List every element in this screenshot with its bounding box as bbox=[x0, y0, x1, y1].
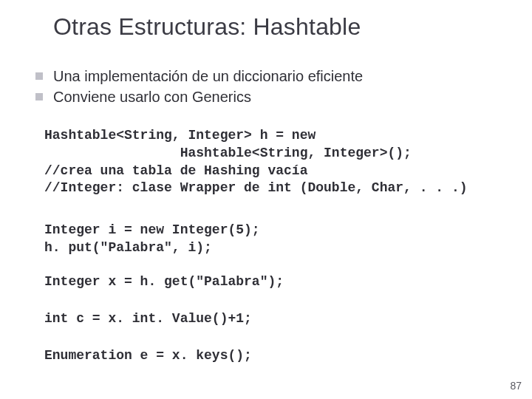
code-block: Hashtable<String, Integer> h = new Hasht… bbox=[44, 127, 502, 197]
bullet-item: Conviene usarlo con Generics bbox=[35, 87, 502, 106]
code-block: int c = x. int. Value()+1; bbox=[44, 310, 502, 328]
code-block: Integer i = new Integer(5); h. put("Pala… bbox=[44, 222, 502, 257]
code-block: Integer x = h. get("Palabra"); bbox=[44, 273, 502, 291]
bullet-text: Una implementación de un diccionario efi… bbox=[53, 66, 363, 86]
slide-title: Otras Estructuras: Hashtable bbox=[53, 13, 361, 41]
page-number: 87 bbox=[510, 380, 522, 392]
bullet-item: Una implementación de un diccionario efi… bbox=[35, 66, 502, 86]
bullet-text: Conviene usarlo con Generics bbox=[53, 87, 251, 106]
code-block: Enumeration e = x. keys(); bbox=[44, 347, 502, 365]
square-bullet-icon bbox=[35, 93, 43, 100]
slide: Otras Estructuras: Hashtable Una impleme… bbox=[0, 0, 532, 399]
square-bullet-icon bbox=[35, 72, 43, 80]
bullet-list: Una implementación de un diccionario efi… bbox=[35, 66, 502, 108]
